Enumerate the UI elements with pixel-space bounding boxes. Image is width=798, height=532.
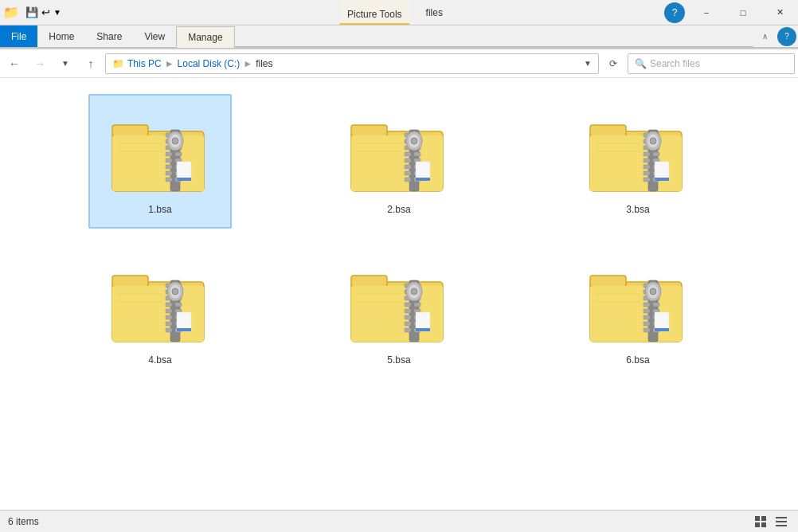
title-bar: 📁 💾 ↩ ▼ Picture Tools files ? − □ ✕ (0, 0, 798, 25)
window-controls: ? − □ ✕ (664, 0, 798, 25)
svg-rect-119 (414, 303, 421, 307)
svg-rect-159 (655, 328, 669, 331)
svg-rect-97 (166, 322, 172, 326)
tab-home[interactable]: Home (37, 25, 85, 47)
svg-rect-153 (643, 328, 650, 332)
address-bar[interactable]: 📁 This PC ► Local Disk (C:) ► files ▼ (105, 53, 599, 74)
customize-quick-icon[interactable]: ▼ (53, 8, 61, 17)
svg-rect-122 (405, 315, 411, 319)
svg-rect-43 (405, 171, 411, 175)
svg-rect-95 (166, 315, 172, 319)
maximize-button[interactable]: □ (725, 0, 761, 25)
svg-rect-10 (166, 152, 172, 156)
svg-rect-126 (405, 328, 411, 332)
svg-rect-38 (414, 152, 421, 156)
svg-rect-24 (177, 178, 191, 181)
search-icon: 🔍 (635, 58, 647, 69)
svg-rect-16 (166, 171, 172, 175)
svg-point-130 (411, 288, 417, 295)
svg-point-49 (411, 138, 417, 144)
svg-rect-66 (643, 158, 650, 162)
svg-rect-11 (175, 152, 182, 156)
svg-rect-91 (166, 303, 172, 307)
breadcrumb-files: files (256, 58, 272, 69)
svg-rect-41 (405, 165, 411, 169)
svg-rect-165 (761, 522, 766, 527)
addressbar-row: ← → ▼ ↑ 📁 This PC ► Local Disk (C:) ► fi… (0, 49, 798, 78)
folder-zip-icon-6 (586, 258, 690, 350)
file-item-3[interactable]: 3.bsa (566, 94, 710, 229)
svg-rect-163 (761, 516, 766, 521)
forward-button[interactable]: → (29, 53, 51, 75)
svg-rect-93 (166, 309, 172, 313)
picture-tools-tab[interactable]: Picture Tools (339, 0, 409, 25)
ribbon: File Home Share View Manage ∧ ? (0, 25, 798, 49)
folder-zip-icon-1 (108, 108, 212, 199)
svg-rect-51 (416, 178, 430, 181)
svg-rect-14 (166, 165, 172, 169)
file-label-5: 5.bsa (387, 354, 410, 366)
svg-rect-72 (643, 178, 650, 182)
tab-file[interactable]: File (0, 25, 37, 47)
details-view-button[interactable] (773, 513, 790, 530)
svg-rect-64 (643, 152, 650, 156)
ribbon-collapse-btn[interactable]: ∧ (755, 27, 774, 46)
svg-rect-1 (112, 125, 148, 136)
up-button[interactable]: ↑ (80, 53, 102, 75)
file-item-5[interactable]: 5.bsa (327, 244, 471, 379)
svg-rect-65 (653, 152, 659, 156)
breadcrumb-thispc[interactable]: This PC (127, 58, 162, 69)
file-item-2[interactable]: 2.bsa (327, 94, 471, 229)
svg-rect-99 (166, 328, 172, 332)
svg-rect-166 (776, 517, 787, 518)
system-icon: 📁 (3, 5, 19, 20)
file-item-6[interactable]: 6.bsa (566, 244, 710, 379)
svg-point-103 (172, 288, 178, 295)
tab-share[interactable]: Share (85, 25, 133, 47)
close-button[interactable]: ✕ (761, 0, 798, 25)
items-count: 6 items (8, 516, 39, 527)
svg-rect-12 (166, 158, 172, 162)
breadcrumb-localdisk[interactable]: Local Disk (C:) (178, 58, 241, 69)
help-btn[interactable]: ? (664, 2, 685, 23)
svg-point-157 (650, 288, 656, 295)
svg-point-76 (650, 138, 656, 144)
breadcrumb-folder-icon: 📁 (112, 58, 124, 69)
tab-manage[interactable]: Manage (176, 26, 234, 48)
refresh-button[interactable]: ⟳ (602, 53, 624, 75)
folder-zip-icon-3 (586, 108, 690, 199)
large-icons-view-button[interactable] (752, 513, 769, 530)
svg-rect-39 (405, 158, 411, 162)
svg-rect-78 (655, 178, 669, 181)
back-button[interactable]: ← (3, 53, 25, 75)
help-ribbon-btn[interactable]: ? (777, 27, 796, 46)
file-item-1[interactable]: 1.bsa (88, 94, 232, 229)
svg-rect-45 (405, 178, 411, 182)
svg-rect-151 (643, 322, 650, 326)
svg-rect-105 (177, 328, 191, 331)
window-title: files (410, 0, 459, 25)
svg-rect-124 (405, 322, 411, 326)
undo-quick-icon[interactable]: ↩ (41, 6, 50, 18)
svg-rect-132 (416, 328, 430, 331)
svg-rect-118 (405, 303, 411, 307)
svg-rect-120 (405, 309, 411, 313)
search-placeholder: Search files (650, 58, 700, 69)
tab-view[interactable]: View (133, 25, 176, 47)
file-label-1: 1.bsa (148, 204, 171, 215)
search-box[interactable]: 🔍 Search files (628, 53, 795, 74)
svg-rect-168 (776, 525, 787, 526)
svg-rect-145 (643, 303, 650, 307)
recent-locations-button[interactable]: ▼ (54, 53, 76, 75)
svg-rect-68 (643, 165, 650, 169)
breadcrumb: This PC ► Local Disk (C:) ► files (127, 58, 273, 69)
svg-rect-82 (112, 276, 148, 287)
file-item-4[interactable]: 4.bsa (88, 244, 232, 379)
address-bar-dropdown[interactable]: ▼ (584, 59, 592, 68)
ribbon-tab-bar: File Home Share View Manage ∧ ? (0, 25, 798, 48)
minimize-button[interactable]: − (688, 0, 725, 25)
folder-zip-icon-2 (347, 108, 451, 199)
svg-rect-109 (351, 276, 387, 287)
file-label-2: 2.bsa (387, 204, 410, 215)
save-quick-icon[interactable]: 💾 (25, 6, 38, 18)
